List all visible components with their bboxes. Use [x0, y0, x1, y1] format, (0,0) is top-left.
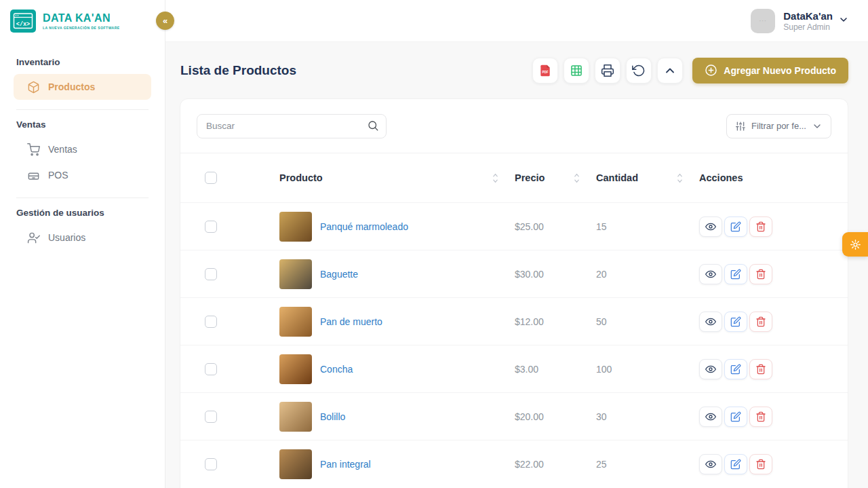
refresh-button[interactable]	[626, 58, 652, 83]
product-image	[279, 212, 312, 242]
brand-logo[interactable]: </x> DATA KA'AN LA NUEVA GENERACIÓN DE S…	[0, 0, 165, 42]
product-qty: 50	[596, 316, 607, 327]
delete-button[interactable]	[749, 217, 772, 237]
page-actions: PDF	[532, 58, 848, 83]
page-header: Lista de Productos PDF	[165, 42, 868, 98]
user-name: DataKa'an	[783, 10, 833, 22]
products-card: Filtrar por fe... Producto Precio	[180, 98, 848, 488]
trash-icon	[755, 411, 766, 422]
product-image	[279, 307, 312, 337]
product-name[interactable]: Pan integral	[320, 459, 371, 470]
print-button[interactable]	[595, 58, 620, 83]
table-row: Concha $3.00 100	[180, 345, 848, 392]
code-window-icon: </x>	[9, 9, 37, 33]
table-row: Bolillo $20.00 30	[180, 392, 848, 440]
refresh-icon	[632, 64, 646, 77]
view-button[interactable]	[699, 264, 722, 284]
table-row: Baguette $30.00 20	[180, 250, 848, 297]
edit-button[interactable]	[724, 454, 747, 474]
sidebar-collapse-button[interactable]: «	[156, 12, 174, 30]
column-header-precio[interactable]: Precio	[515, 172, 596, 184]
collapse-panel-button[interactable]	[657, 58, 683, 83]
view-button[interactable]	[699, 217, 722, 237]
edit-icon	[730, 316, 741, 327]
product-image	[279, 449, 312, 479]
edit-button[interactable]	[724, 217, 747, 237]
filter-by-date-button[interactable]: Filtrar por fe...	[726, 114, 831, 138]
sidebar-item-label: POS	[48, 170, 68, 181]
product-price: $30.00	[515, 269, 544, 280]
row-checkbox[interactable]	[205, 458, 217, 470]
row-checkbox[interactable]	[205, 221, 217, 233]
chevron-up-icon	[663, 64, 677, 77]
row-checkbox[interactable]	[205, 411, 217, 423]
product-qty: 25	[596, 459, 607, 470]
sidebar-item-ventas[interactable]: Ventas	[0, 136, 165, 162]
product-price: $12.00	[515, 316, 544, 327]
sidebar: </x> DATA KA'AN LA NUEVA GENERACIÓN DE S…	[0, 0, 165, 488]
print-icon	[601, 64, 614, 77]
eye-icon	[705, 269, 716, 280]
nav-divider	[16, 109, 149, 110]
avatar[interactable]: ⋯	[751, 9, 775, 33]
product-name[interactable]: Baguette	[320, 269, 358, 280]
search-input[interactable]	[197, 114, 387, 138]
product-name[interactable]: Pan de muerto	[320, 316, 382, 327]
trash-icon	[755, 221, 766, 232]
view-button[interactable]	[699, 407, 722, 427]
table-row: Pan integral $22.00 25	[180, 440, 848, 487]
search-icon	[367, 119, 379, 132]
sidebar-item-usuarios[interactable]: Usuarios	[0, 225, 165, 250]
product-name[interactable]: Concha	[320, 364, 353, 375]
brand-name: DATA KA'AN	[43, 12, 120, 24]
sidebar-nav: Inventario Productos Ventas Ventas POS	[0, 42, 165, 250]
sidebar-item-label: Productos	[48, 81, 95, 92]
column-header-cantidad[interactable]: Cantidad	[596, 172, 699, 184]
edit-button[interactable]	[724, 312, 747, 332]
row-checkbox[interactable]	[205, 316, 217, 328]
row-checkbox[interactable]	[205, 268, 217, 280]
settings-fab-button[interactable]	[842, 232, 868, 257]
delete-button[interactable]	[749, 407, 772, 427]
sidebar-item-pos[interactable]: POS	[0, 162, 165, 188]
product-name[interactable]: Panqué marmoleado	[320, 221, 408, 232]
edit-button[interactable]	[724, 359, 747, 379]
select-all-checkbox[interactable]	[205, 172, 217, 184]
gear-icon	[850, 239, 861, 250]
delete-button[interactable]	[749, 312, 772, 332]
delete-button[interactable]	[749, 454, 772, 474]
chevrons-left-icon: «	[163, 16, 167, 26]
nav-divider	[16, 198, 149, 198]
eye-icon	[705, 364, 716, 375]
edit-button[interactable]	[724, 264, 747, 284]
sidebar-item-label: Usuarios	[48, 232, 85, 243]
view-button[interactable]	[699, 454, 722, 474]
export-pdf-button[interactable]: PDF	[532, 58, 558, 83]
sidebar-item-productos[interactable]: Productos	[14, 74, 151, 100]
nav-heading-ventas: Ventas	[0, 119, 165, 130]
pdf-export-icon: PDF	[538, 64, 552, 77]
sort-icon[interactable]	[675, 172, 684, 184]
delete-button[interactable]	[749, 264, 772, 284]
user-menu-chevron[interactable]	[838, 14, 849, 28]
user-info: DataKa'an Super Admin	[783, 10, 833, 32]
sort-icon[interactable]	[572, 172, 581, 184]
sort-icon[interactable]	[491, 172, 500, 184]
delete-button[interactable]	[749, 359, 772, 379]
product-name[interactable]: Bolillo	[320, 411, 345, 422]
export-excel-button[interactable]	[564, 58, 589, 83]
chevron-down-icon	[838, 14, 849, 25]
view-button[interactable]	[699, 312, 722, 332]
row-checkbox[interactable]	[205, 363, 217, 375]
product-image	[279, 354, 312, 384]
edit-button[interactable]	[724, 407, 747, 427]
user-check-icon	[27, 231, 40, 244]
edit-icon	[730, 364, 741, 375]
column-header-producto[interactable]: Producto	[255, 172, 515, 184]
page-title: Lista de Productos	[180, 63, 296, 78]
plus-circle-icon	[705, 64, 717, 77]
add-product-button[interactable]: Agregar Nuevo Producto	[692, 58, 848, 83]
view-button[interactable]	[699, 359, 722, 379]
edit-icon	[730, 269, 741, 280]
eye-icon	[705, 411, 716, 422]
